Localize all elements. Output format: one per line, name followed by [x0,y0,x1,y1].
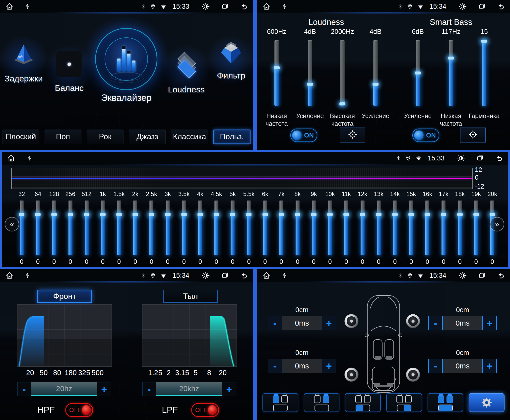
zone-button-rear-left[interactable] [345,393,381,412]
smart-bass-on-toggle[interactable]: ON [412,129,439,142]
band-slider-track[interactable] [182,201,186,255]
scroll-right-button[interactable]: » [490,217,504,231]
home-icon[interactable] [5,271,14,280]
slider-track[interactable] [449,40,453,106]
toggle-off-label: OFF [195,407,208,414]
slider-track[interactable] [416,40,420,106]
slider-track[interactable] [340,40,345,106]
band-slider-track[interactable] [117,201,121,255]
preset-button[interactable]: Джазз [129,130,166,144]
menu-item-delays[interactable]: 010 Задержки [1,42,46,83]
band-slider-track[interactable] [214,201,218,255]
band-slider-track[interactable] [247,201,251,255]
delays-pyramid-icon: 010 [11,42,37,68]
band-slider-track[interactable] [474,201,478,255]
scroll-left-button[interactable]: « [5,217,19,231]
band-slider-track[interactable] [393,201,397,255]
menu-item-equalizer[interactable]: Эквалайзер [94,28,159,103]
slider-track[interactable] [482,40,486,106]
menu-item-loudness[interactable]: Loudness [164,51,209,94]
back-icon[interactable] [240,272,248,279]
band-value-label: 0 [491,258,494,266]
settings-button[interactable] [469,393,505,412]
minus-button[interactable]: - [268,316,282,330]
band-slider-track[interactable] [409,201,413,255]
home-icon[interactable] [7,154,16,163]
home-icon[interactable] [5,2,14,11]
band-slider-track[interactable] [344,201,348,255]
usb-icon [282,272,287,279]
band-slider-track[interactable] [296,201,300,255]
recents-icon[interactable] [221,272,229,279]
back-icon[interactable] [495,154,503,162]
band-slider-track[interactable] [361,201,365,255]
band-slider-track[interactable] [101,201,105,255]
brightness-icon[interactable] [202,272,210,280]
band-slider-track[interactable] [166,201,170,255]
brightness-icon[interactable] [202,2,210,10]
band-slider-track[interactable] [20,201,24,255]
zone-button-front-right[interactable] [304,393,340,412]
band-slider-track[interactable] [425,201,429,255]
plus-button[interactable]: + [322,359,336,373]
hpf-frequency-value: 20hz [31,382,97,396]
plus-button[interactable]: + [482,316,497,330]
recents-icon[interactable] [478,3,486,10]
back-icon[interactable] [497,3,505,10]
minus-button[interactable]: - [428,359,443,373]
tab-rear[interactable]: Тыл [163,290,218,303]
loudness-reset-button[interactable] [340,128,365,142]
minus-button[interactable]: - [428,316,443,330]
tab-front[interactable]: Фронт [37,290,92,303]
preset-button[interactable]: Классика [171,130,208,144]
band-slider-track[interactable] [231,201,235,255]
preset-button[interactable]: Польз. [213,130,251,144]
band-slider-track[interactable] [198,201,202,255]
home-icon[interactable] [262,2,271,11]
plus-button[interactable]: + [482,359,497,373]
band-slider-track[interactable] [36,201,40,255]
preset-button[interactable]: Поп [45,130,81,144]
band-slider-track[interactable] [279,201,283,255]
band-slider-track[interactable] [149,201,153,255]
back-icon[interactable] [497,272,505,279]
band-slider-track[interactable] [312,201,316,255]
zone-button-front-left[interactable] [262,393,298,412]
zone-button-rear-right[interactable] [386,393,422,412]
plus-button[interactable]: + [222,382,236,396]
recents-icon[interactable] [221,3,229,10]
smart-bass-reset-button[interactable] [460,128,486,142]
zone-button-all-seats[interactable] [428,393,463,412]
lpf-toggle[interactable]: OFF [191,403,219,417]
hpf-toggle[interactable]: OFF [65,403,93,417]
home-icon[interactable] [262,271,271,280]
recents-icon[interactable] [478,272,486,279]
preset-button[interactable]: Плоский [2,130,39,144]
loudness-on-toggle[interactable]: ON [290,129,317,142]
recents-icon[interactable] [476,154,484,162]
brightness-icon[interactable] [457,154,465,162]
wifi-icon [160,3,167,9]
band-slider-track[interactable] [68,201,72,255]
band-slider-track[interactable] [442,201,446,255]
band-slider-track[interactable] [133,201,137,255]
brightness-icon[interactable] [459,2,467,10]
band-slider-track[interactable] [52,201,56,255]
brightness-icon[interactable] [459,272,467,280]
minus-button[interactable]: - [17,382,31,396]
plus-button[interactable]: + [97,382,111,396]
menu-item-filter[interactable]: Фильтр [209,42,253,80]
preset-button[interactable]: Рок [87,130,124,144]
slider-track[interactable] [274,40,279,106]
plus-button[interactable]: + [322,316,336,330]
slider-track[interactable] [308,40,312,106]
minus-button[interactable]: - [142,382,156,396]
band-slider-track[interactable] [328,201,332,255]
back-icon[interactable] [240,3,248,10]
band-slider-track[interactable] [85,201,89,255]
band-slider-track[interactable] [458,201,462,255]
band-slider-track[interactable] [377,201,381,255]
band-slider-track[interactable] [263,201,267,255]
minus-button[interactable]: - [268,359,282,373]
slider-track[interactable] [373,40,378,106]
